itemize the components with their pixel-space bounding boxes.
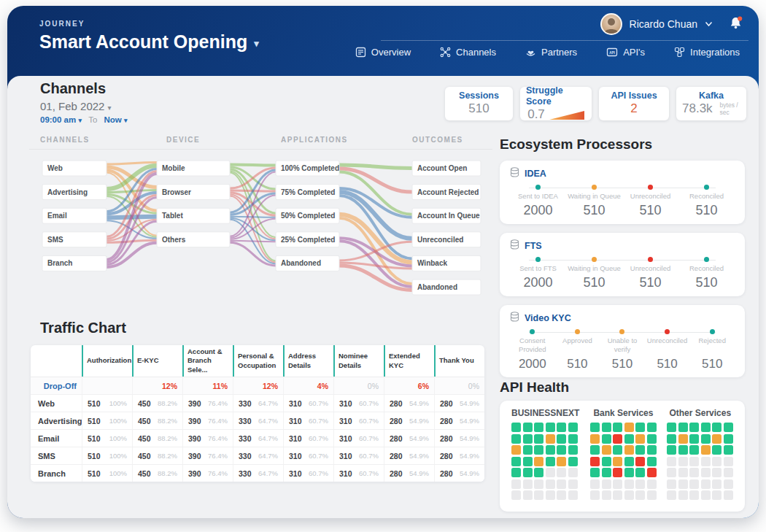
- metric-label: Waiting in Queue: [566, 192, 622, 201]
- app-window: JOURNEY Smart Account Opening ▾ Ricardo …: [7, 6, 759, 518]
- health-cell: [534, 468, 543, 477]
- dropoff-value: 4%: [317, 382, 328, 390]
- traffic-cell: 510100%: [82, 465, 132, 482]
- column-header-label: Nominee Details: [338, 352, 380, 370]
- kpi-label: Struggle Score: [526, 85, 586, 107]
- sankey-header-outcomes: OUTCOMES: [412, 136, 463, 144]
- tab-integrations[interactable]: Integrations: [674, 47, 740, 58]
- column-header-label: Thank You: [439, 356, 474, 365]
- traffic-cell: 39076.4%: [182, 430, 233, 447]
- journey-selector[interactable]: Smart Account Opening ▾: [39, 31, 259, 53]
- cell-count: 330: [239, 452, 252, 460]
- cell-percent: 54.9%: [460, 469, 479, 477]
- processor-metrics: Sent to IDEA2000Waiting in Queue510Unrec…: [510, 192, 735, 218]
- date-selector[interactable]: 01, Feb 2022 ▾: [40, 100, 112, 112]
- health-cell: [590, 479, 600, 489]
- traffic-cell: 28054.9%: [434, 447, 484, 464]
- metric-value: 510: [566, 203, 622, 218]
- notifications-button[interactable]: [729, 16, 743, 33]
- kpi-kafka[interactable]: Kafka 78.3k bytes / sec: [676, 87, 746, 120]
- tab-channels[interactable]: Channels: [440, 47, 496, 58]
- metric-label: Unreconciled: [622, 264, 678, 274]
- health-cell: [689, 468, 699, 477]
- cell-count: 330: [239, 434, 252, 443]
- cell-percent: 60.7%: [309, 399, 328, 407]
- kpi-struggle-score[interactable]: Struggle Score 0.7: [520, 87, 592, 120]
- traffic-cell: 33064.7%: [233, 430, 283, 447]
- time-from-selector[interactable]: 09:00 am ▾: [40, 115, 84, 124]
- cell-count: 330: [239, 469, 252, 478]
- traffic-cell: 33064.7%: [233, 395, 283, 412]
- chevron-down-icon[interactable]: [705, 21, 713, 27]
- sankey-header-channels: CHANNELS: [40, 136, 90, 144]
- dropoff-value: 12%: [263, 382, 278, 390]
- metric-label: Unreconciled: [622, 192, 678, 201]
- cell-percent: 60.7%: [309, 469, 328, 477]
- health-cell: [667, 457, 676, 466]
- kpi-api-issues[interactable]: API Issues 2: [599, 87, 669, 120]
- cell-count: 280: [390, 452, 403, 460]
- metric-label: Waiting in Queue: [566, 264, 622, 274]
- kpi-value: 510: [468, 101, 489, 116]
- sankey-node-label: Abandoned: [281, 259, 321, 267]
- ecosystem-title: Ecosystem Processors: [500, 136, 652, 153]
- cell-percent: 54.9%: [409, 417, 429, 425]
- sankey-node-label: Email: [47, 212, 67, 220]
- sankey-link: [107, 198, 157, 263]
- row-label: Branch: [31, 465, 82, 482]
- metric: Unreconciled510: [622, 264, 678, 290]
- sankey-node-label: Branch: [47, 259, 72, 267]
- health-cell: [602, 490, 611, 500]
- traffic-column-header: Address Details: [283, 345, 333, 377]
- health-cell: [624, 423, 634, 432]
- tab-overview[interactable]: Overview: [355, 47, 411, 58]
- avatar[interactable]: [600, 13, 622, 35]
- health-cell: [689, 457, 699, 466]
- api-health-grid: [590, 423, 657, 500]
- tab-label: Channels: [456, 47, 496, 58]
- cell-count: 330: [239, 417, 252, 425]
- dropoff-cell: 0%: [434, 377, 484, 394]
- table-row[interactable]: Email510100%45088.2%39076.4%33064.7%3106…: [31, 429, 484, 447]
- tab-label: Overview: [371, 47, 411, 58]
- processor-name: FTS: [525, 241, 542, 251]
- health-cell: [534, 479, 543, 489]
- table-row[interactable]: SMS510100%45088.2%39076.4%33064.7%31060.…: [31, 447, 484, 464]
- health-cell: [511, 445, 521, 455]
- traffic-cell: 31060.7%: [333, 412, 384, 429]
- processor-dots: [510, 329, 735, 336]
- tab-partners[interactable]: Partners: [525, 47, 577, 58]
- sankey-node-label: Winback: [417, 259, 447, 267]
- health-cell: [523, 479, 533, 489]
- table-row[interactable]: Advertising510100%45088.2%39076.4%33064.…: [31, 412, 484, 429]
- sankey-link: [230, 241, 276, 242]
- traffic-cell: 31060.7%: [333, 465, 384, 482]
- dropoff-cell: 6%: [384, 377, 434, 394]
- health-cell: [568, 445, 578, 455]
- health-cell: [568, 457, 578, 466]
- health-cell: [724, 479, 733, 489]
- user-menu[interactable]: Ricardo Chuan: [600, 13, 743, 35]
- health-cell: [613, 479, 622, 489]
- health-cell: [624, 490, 634, 500]
- traffic-cell: 45088.2%: [132, 412, 182, 429]
- metric: Unreconciled510: [622, 192, 678, 218]
- table-row[interactable]: Web510100%45088.2%39076.4%33064.7%31060.…: [31, 394, 484, 412]
- metric-value: 510: [678, 203, 735, 218]
- health-cell: [647, 490, 657, 500]
- kpi-sessions[interactable]: Sessions 510: [445, 87, 513, 120]
- tab-apis[interactable]: API API's: [606, 47, 645, 58]
- cell-percent: 88.2%: [158, 452, 177, 460]
- processor-dots: [510, 185, 735, 192]
- cell-count: 390: [188, 469, 201, 478]
- status-dot: [535, 185, 541, 190]
- time-to-selector[interactable]: Now ▾: [104, 115, 128, 124]
- chevron-down-icon: ▾: [124, 117, 128, 124]
- health-cell: [511, 457, 521, 466]
- health-cell: [647, 457, 657, 466]
- health-cell: [546, 445, 555, 455]
- metric-label: Sent to IDEA: [510, 192, 566, 201]
- sankey-node-label: Mobile: [162, 164, 185, 172]
- kpi-row: Sessions 510 Struggle Score 0.7 API Issu…: [445, 87, 746, 120]
- table-row[interactable]: Branch510100%45088.2%39076.4%33064.7%310…: [31, 464, 484, 482]
